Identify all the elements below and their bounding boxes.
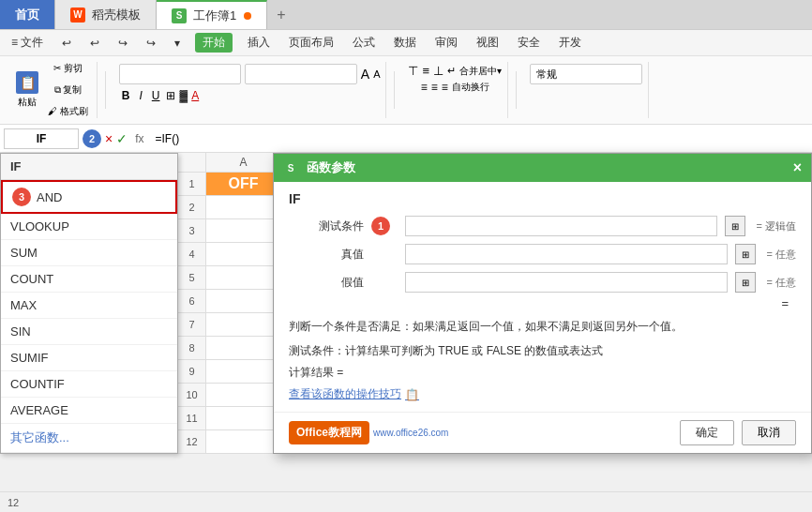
copy-icon: ⧉ 复制 xyxy=(54,83,83,97)
func-item-sumif[interactable]: SUMIF xyxy=(1,345,177,371)
param-input-2[interactable] xyxy=(405,244,728,264)
row-num-5: 5 xyxy=(178,266,206,290)
cell-a8[interactable] xyxy=(206,337,281,360)
cell-a1[interactable]: OFF xyxy=(206,173,281,196)
menu-layout[interactable]: 页面布局 xyxy=(285,33,338,53)
paste-group: 📋 粘贴 ✂ 剪切 ⧉ 复制 🖌 格式刷 xyxy=(8,62,98,118)
param-input-1[interactable] xyxy=(405,216,717,236)
cell-a3[interactable] xyxy=(206,219,281,243)
fill-color-button[interactable]: ▓ xyxy=(179,89,188,102)
menu-security[interactable]: 安全 xyxy=(514,33,544,53)
wrap-text-btn[interactable]: ↵ xyxy=(447,65,456,77)
func-item-countif[interactable]: COUNTIF xyxy=(1,371,177,398)
menu-review[interactable]: 审阅 xyxy=(431,33,461,53)
align-bottom-btn[interactable]: ⊥ xyxy=(433,64,444,78)
menu-redo[interactable]: ↪ xyxy=(114,35,131,52)
func-item-count[interactable]: COUNT xyxy=(1,266,177,293)
param-collapse-btn-1[interactable]: ⊞ xyxy=(725,216,745,236)
row-count-label: 12 xyxy=(8,497,19,508)
indent-btn[interactable]: 自动换行 xyxy=(452,81,489,94)
align-group: ⊤ ≡ ⊥ ↵ 合并居中▾ ≡ ≡ ≡ 自动换行 xyxy=(402,62,508,118)
menu-dev[interactable]: 开发 xyxy=(555,33,585,53)
tab-home[interactable]: 首页 xyxy=(0,0,55,29)
menu-undo2[interactable]: ↩ xyxy=(86,35,103,52)
tab-sheet-label: 工作簿1 xyxy=(193,8,236,24)
cancel-formula-button[interactable]: × xyxy=(105,131,113,146)
italic-button[interactable]: I xyxy=(136,88,144,103)
menu-more[interactable]: ▾ xyxy=(171,35,184,52)
cell-a6[interactable] xyxy=(206,290,281,313)
align-top-btn[interactable]: ⊤ xyxy=(408,64,418,78)
align-center-btn[interactable]: ≡ xyxy=(431,81,438,94)
menu-undo[interactable]: ↩ xyxy=(58,35,75,52)
formula-input[interactable] xyxy=(152,128,808,149)
cell-a5[interactable] xyxy=(206,266,281,290)
func-item-other[interactable]: 其它函数... xyxy=(1,424,177,453)
menu-file[interactable]: ≡ 文件 xyxy=(8,33,47,53)
insert-function-button[interactable]: fx xyxy=(131,132,147,145)
font-color-button[interactable]: A xyxy=(191,89,199,102)
func-dialog-title-label: 函数参数 xyxy=(307,159,355,176)
align-middle-btn[interactable]: ≡ xyxy=(422,64,429,78)
ribbon-tools: 📋 粘贴 ✂ 剪切 ⧉ 复制 🖌 格式刷 A xyxy=(0,56,812,124)
cell-reference[interactable]: IF xyxy=(4,128,79,149)
param-row-3: 假值 ⊞ = 任意 xyxy=(289,272,796,293)
function-dialog: S 函数参数 × IF 测试条件 1 ⊞ = 逻辑值 真值 xyxy=(273,153,812,454)
menu-data[interactable]: 数据 xyxy=(390,33,420,53)
tab-template[interactable]: W 稻壳模板 xyxy=(55,0,157,29)
menu-start[interactable]: 开始 xyxy=(195,33,233,53)
bold-button[interactable]: B xyxy=(119,88,133,103)
func-item-sum[interactable]: SUM xyxy=(1,240,177,266)
func-help-link[interactable]: 查看该函数的操作技巧 📋 xyxy=(289,386,419,402)
formula-bar: IF 2 × ✓ fx xyxy=(0,125,812,153)
func-item-sin[interactable]: SIN xyxy=(1,319,177,345)
font-decrease-btn[interactable]: A xyxy=(373,68,380,80)
number-format-select[interactable]: 常规 xyxy=(530,64,642,84)
format-paint-button[interactable]: 🖌 格式刷 xyxy=(45,102,91,121)
cell-a9[interactable] xyxy=(206,360,281,384)
param-input-3[interactable] xyxy=(405,272,728,293)
func-item-average[interactable]: AVERAGE xyxy=(1,398,177,424)
func-dialog-close-button[interactable]: × xyxy=(793,159,802,176)
wps-icon: W xyxy=(70,8,85,23)
cell-a2[interactable] xyxy=(206,196,281,219)
add-tab-button[interactable]: + xyxy=(267,0,294,29)
cut-button[interactable]: ✂ 剪切 xyxy=(45,59,91,78)
divider1 xyxy=(105,71,106,109)
font-group: A A B I U ⊞ ▓ A xyxy=(113,62,387,118)
cell-a11[interactable] xyxy=(206,407,281,430)
menu-redo2[interactable]: ↪ xyxy=(143,35,159,52)
dialog-cancel-button[interactable]: 取消 xyxy=(742,420,796,445)
cell-a4[interactable] xyxy=(206,243,281,266)
func-dialog-footer: Office教程网 www.office26.com 确定 取消 xyxy=(274,412,811,453)
param-collapse-btn-2[interactable]: ⊞ xyxy=(735,244,756,264)
dialog-confirm-button[interactable]: 确定 xyxy=(680,420,734,445)
font-family-select[interactable] xyxy=(119,64,241,84)
cell-a7[interactable] xyxy=(206,313,281,337)
copy-button[interactable]: ⧉ 复制 xyxy=(45,81,91,99)
link-icon: 📋 xyxy=(405,388,419,401)
func-item-and[interactable]: 3 AND xyxy=(1,180,177,214)
menu-view[interactable]: 视图 xyxy=(473,33,503,53)
align-right-btn[interactable]: ≡ xyxy=(442,81,448,94)
font-increase-btn[interactable]: A xyxy=(361,67,369,82)
border-button[interactable]: ⊞ xyxy=(166,89,175,102)
merge-btn[interactable]: 合并居中▾ xyxy=(459,65,502,78)
font-row2: B I U ⊞ ▓ A xyxy=(119,88,199,103)
cell-a10[interactable] xyxy=(206,384,281,407)
confirm-formula-button[interactable]: ✓ xyxy=(116,131,128,146)
menu-insert[interactable]: 插入 xyxy=(244,33,274,53)
menu-formula[interactable]: 公式 xyxy=(349,33,379,53)
param-collapse-btn-3[interactable]: ⊞ xyxy=(735,272,756,293)
tab-sheet1[interactable]: S 工作簿1 xyxy=(157,0,267,29)
param-label-3: 假值 xyxy=(289,275,364,291)
tab-template-label: 稻壳模板 xyxy=(92,7,141,23)
paste-button[interactable]: 📋 粘贴 xyxy=(13,68,41,112)
font-size-select[interactable] xyxy=(245,64,357,84)
align-left-btn[interactable]: ≡ xyxy=(421,81,428,94)
equals-display: = xyxy=(289,296,796,310)
func-item-vlookup[interactable]: VLOOKUP xyxy=(1,214,177,240)
underline-button[interactable]: U xyxy=(149,88,163,103)
func-item-max[interactable]: MAX xyxy=(1,293,177,319)
cell-a12[interactable] xyxy=(206,430,281,454)
